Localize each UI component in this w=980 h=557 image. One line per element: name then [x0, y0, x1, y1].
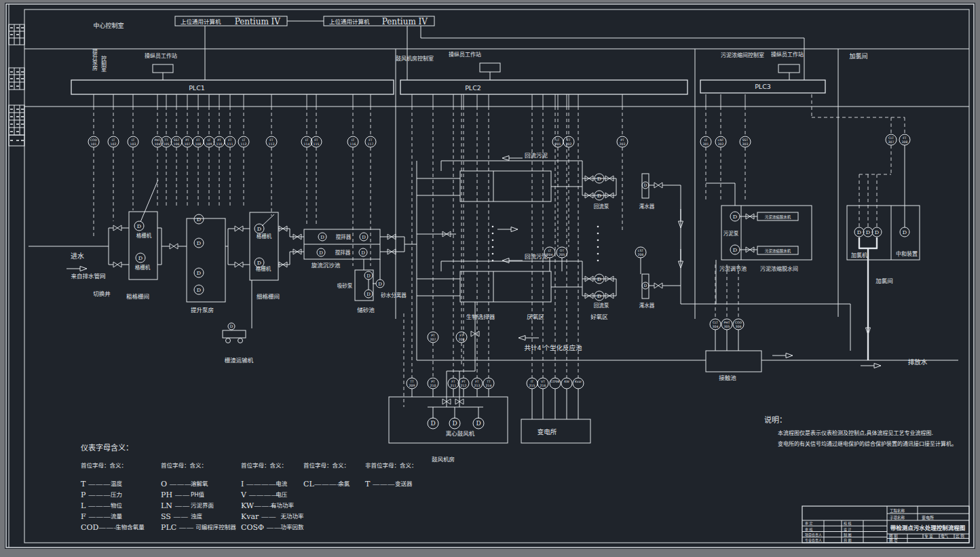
instrument-tag-letters: TT — [409, 380, 414, 383]
ellipsis-dot — [492, 260, 494, 262]
legend-entry-meaning: 浊度 — [191, 513, 203, 520]
notes-line-2: 变电所的有关信号均通过继电保护的综合保护装置的通讯接口接至计算机。 — [778, 440, 957, 447]
instrument-tag-letters: LT — [132, 138, 135, 142]
titleblock-bottom-cell: 电气 — [941, 533, 949, 538]
instrument-tag-number: 207 — [430, 338, 436, 341]
titleblock-subitem-value: 变电所 — [922, 515, 934, 520]
instrument-tag-letters: FT — [269, 138, 274, 142]
instrument-tag-letters: CLT — [888, 136, 894, 140]
instrument-tag-number: 117 — [368, 142, 374, 146]
label-return-pump-1: 回流泵 — [594, 203, 609, 210]
titleblock-bottom-cell: 专 业 — [924, 533, 933, 539]
instrument-tag-letters: FT — [196, 138, 200, 142]
legend-entry-meaning: 温度 — [111, 480, 123, 487]
label-plc2: PLC2 — [465, 84, 481, 92]
host-computer-label: 上位通用计算机 — [329, 18, 370, 25]
ellipsis-dot — [492, 246, 494, 248]
motor-letter: D — [197, 216, 201, 223]
instrument-tag-number: 102 — [111, 142, 117, 146]
notes-title: 说明： — [764, 415, 787, 425]
instrument-tag-letters: COSΦ — [550, 380, 560, 383]
label-plc1: PLC1 — [189, 84, 205, 92]
label-lift-pump-house: 提升泵房 — [191, 307, 214, 313]
label-bio-selector: 生物选择器 — [466, 313, 495, 320]
label-central-control-room: 中心控制室 — [93, 22, 124, 29]
label-operator-ws-1: 操纵员工作站 — [145, 52, 177, 59]
instrument-tag-letters: LT — [704, 138, 708, 142]
legend-column-header: 首位字母：含义： — [241, 462, 287, 469]
legend-entry: P ——— — [81, 491, 111, 499]
motor-letter: D — [597, 276, 601, 282]
ellipsis-dot — [597, 253, 599, 255]
legend-entry-meaning: 电压 — [276, 491, 288, 498]
instrument-tag-number: 307 — [888, 140, 894, 144]
legend-column-header: 首位字母：含义： — [161, 462, 207, 469]
instrument-tag-number: 115 — [314, 142, 320, 146]
legend-entry: COSΦ —— — [241, 523, 282, 532]
legend-entry: V ———— — [240, 491, 278, 499]
legend-entry-meaning: 余氯 — [338, 480, 350, 487]
instrument-tag-letters: KW — [564, 380, 569, 383]
label-screen-machine-4: 格栅机 — [256, 265, 271, 272]
legend-column-header: 首位字母：含义： — [81, 462, 127, 469]
instrument-tag-letters: LT — [242, 138, 246, 142]
motor-letter: D — [875, 229, 879, 235]
legend-entry-meaning: 生物含氧量 — [115, 524, 145, 531]
label-coarse-screen-room: 粗格栅间 — [126, 293, 149, 300]
legend-entry-meaning: 有功功率 — [271, 502, 295, 509]
instrument-tag-number: 308 — [902, 140, 908, 144]
label-decanter-2: 滗水器 — [639, 302, 655, 309]
instrument-tag-number: 301 — [703, 142, 709, 146]
instrument-tag-number: 112 — [241, 142, 247, 146]
legend-entry-meaning: 可编程序控制器 — [195, 524, 236, 531]
legend-title: 仪表字母含义： — [81, 443, 133, 453]
legend-entry-meaning: 电流 — [276, 480, 288, 487]
instrument-tag-letters: Kvar — [575, 380, 582, 383]
label-chlorine-room-lower: 加氯间 — [875, 277, 893, 284]
ellipsis-dot — [597, 239, 599, 242]
motor-letter: D — [230, 324, 233, 328]
motor-letter: D — [733, 247, 737, 253]
instrument-tag-letters: OT — [560, 249, 565, 252]
instrument-tag-number: 111 — [227, 142, 233, 146]
motor-letter: D — [597, 193, 601, 199]
instrument-tag-letters: SST — [742, 138, 749, 142]
titleblock-field-label: 审 定 — [805, 521, 813, 526]
label-blower-house: 鼓风机房 — [432, 456, 455, 463]
titleblock-drawing-no-label: 图 号 — [889, 538, 898, 543]
notes-line-1: 本流程图仅是表示仪表检测及控制点,具体流程见工艺专业流程图. — [778, 429, 933, 436]
motor-letter: D — [257, 226, 261, 232]
instrument-tag-number: 206 — [638, 253, 644, 256]
motor-letter: D — [430, 420, 435, 427]
instrument-tag-number: 214 — [486, 384, 492, 387]
label-sludge-pump: 污泥泵 — [723, 231, 739, 237]
instrument-tag-letters: PT — [620, 138, 624, 142]
instrument-tag-letters: PHT — [154, 138, 160, 142]
instrument-tag-number: 110 — [216, 142, 223, 146]
label-sand-suction-pump: 吸砂泵 — [337, 282, 353, 289]
host-computer-model: Pentium IV — [382, 17, 428, 26]
instrument-tag-letters: PT — [185, 138, 189, 142]
instrument-tag-number: 201 — [555, 142, 561, 146]
instrument-tag-number: 303 — [742, 142, 749, 146]
ellipsis-dot — [597, 246, 599, 248]
label-vortex-grit-chamber: 旋流沉沙池 — [312, 262, 341, 269]
label-sludge-dewater-room: 污泥浓缩脱水间 — [760, 265, 798, 272]
legend-entry: T ——— — [81, 480, 111, 488]
instrument-tag-letters: PHT — [723, 321, 730, 324]
label-mixer-1: 搅拌器 — [336, 233, 352, 240]
motor-letter: D — [597, 176, 601, 182]
instrument-tag-number: 113 — [269, 142, 275, 146]
instrument-tag-letters: PT — [461, 380, 466, 383]
instrument-tag-number: 213 — [474, 384, 480, 387]
ellipsis-dot — [492, 253, 494, 255]
instrument-tag-letters: VT — [541, 380, 545, 383]
legend-entry: T ——— — [365, 480, 395, 488]
label-pump-room-line1: 提升泵房 — [92, 48, 98, 71]
label-total-reactors: 共计4 个生化反应池 — [524, 344, 582, 351]
motor-letter: D — [362, 235, 366, 240]
instrument-tag-letters: LT — [352, 138, 355, 142]
label-return-pump-2: 回流泵 — [594, 302, 609, 309]
label-chlorine-room: 加氯间 — [849, 52, 867, 60]
cad-drawing[interactable]: COD101LT102LT103PHT104TT105SST106PT107FT… — [0, 0, 980, 557]
